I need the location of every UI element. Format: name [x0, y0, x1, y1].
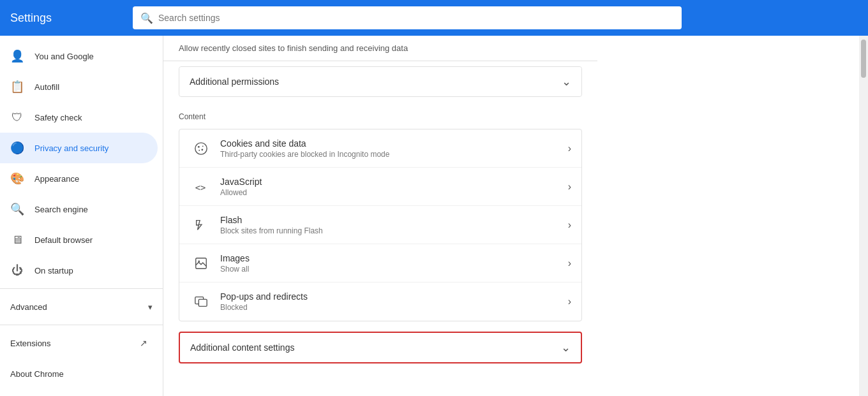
arrow-icon-flash: ›: [568, 219, 571, 231]
header-title: Settings: [10, 11, 125, 25]
top-note: Allow recently closed sites to finish se…: [163, 36, 597, 61]
additional-permissions-accordion[interactable]: Additional permissions ⌄: [179, 66, 582, 97]
svg-text:<>: <>: [195, 182, 206, 192]
images-icon: [190, 256, 213, 270]
sidebar-label-privacy-and-security: Privacy and security: [34, 143, 108, 153]
sidebar-item-search-engine[interactable]: 🔍 Search engine: [0, 194, 158, 224]
svg-point-2: [202, 145, 204, 147]
sidebar-label-safety-check: Safety check: [34, 113, 82, 122]
additional-content-section: Additional content settings ⌄: [163, 326, 597, 363]
svg-point-3: [198, 149, 200, 150]
sidebar-item-autofill[interactable]: 📋 Autofill: [0, 71, 158, 102]
sidebar-item-extensions[interactable]: Extensions ↗: [0, 328, 158, 358]
sidebar-divider-2: [0, 325, 163, 325]
setting-row-cookies[interactable]: Cookies and site data Third-party cookie…: [179, 129, 581, 168]
content-area: Allow recently closed sites to finish se…: [163, 36, 859, 396]
arrow-icon-images: ›: [568, 258, 571, 269]
flash-text: Flash Block sites from running Flash: [220, 215, 568, 235]
sidebar: 👤 You and Google 📋 Autofill 🛡 Safety che…: [0, 36, 163, 396]
svg-point-4: [201, 149, 203, 150]
flash-title: Flash: [220, 215, 568, 225]
cookies-title: Cookies and site data: [220, 138, 568, 149]
startup-icon: ⏻: [10, 264, 24, 277]
javascript-subtitle: Allowed: [220, 188, 568, 197]
images-subtitle: Show all: [220, 265, 568, 274]
additional-permissions-label: Additional permissions: [190, 77, 562, 87]
browser-icon: 🖥: [10, 233, 24, 247]
sidebar-item-advanced[interactable]: Advanced ▾: [0, 291, 163, 322]
content-inner: Allow recently closed sites to finish se…: [163, 36, 597, 389]
images-text: Images Show all: [220, 253, 568, 274]
chevron-down-icon-content: ⌄: [561, 341, 571, 355]
sidebar-label-appearance: Appearance: [34, 174, 79, 184]
popup-icon: [190, 295, 213, 309]
autofill-icon: 📋: [10, 80, 24, 94]
content-settings-list: Cookies and site data Third-party cookie…: [179, 129, 582, 321]
sidebar-label-on-startup: On startup: [34, 266, 73, 275]
svg-rect-9: [198, 299, 207, 306]
sidebar-label-you-and-google: You and Google: [34, 52, 94, 61]
additional-permissions-section: Additional permissions ⌄: [163, 61, 597, 97]
setting-row-flash[interactable]: Flash Block sites from running Flash ›: [179, 206, 581, 244]
header: Settings 🔍: [0, 0, 868, 36]
popups-subtitle: Blocked: [220, 303, 568, 312]
arrow-icon-javascript: ›: [568, 181, 571, 193]
search-icon: 🔍: [140, 12, 153, 24]
sidebar-label-extensions: Extensions: [10, 339, 51, 348]
sidebar-item-privacy-and-security[interactable]: 🔵 Privacy and security: [0, 133, 158, 163]
main-layout: 👤 You and Google 📋 Autofill 🛡 Safety che…: [0, 36, 868, 396]
javascript-text: JavaScript Allowed: [220, 177, 568, 197]
images-title: Images: [220, 253, 568, 263]
additional-content-settings-label: Additional content settings: [190, 342, 561, 353]
chevron-down-icon-permissions: ⌄: [562, 75, 571, 89]
additional-content-settings-accordion[interactable]: Additional content settings ⌄: [179, 332, 582, 363]
popups-text: Pop-ups and redirects Blocked: [220, 291, 568, 312]
search-engine-icon: 🔍: [10, 202, 24, 216]
sidebar-label-advanced: Advanced: [10, 302, 138, 312]
sidebar-item-you-and-google[interactable]: 👤 You and Google: [0, 41, 158, 71]
sidebar-divider: [0, 288, 163, 289]
svg-point-1: [198, 145, 200, 147]
search-bar[interactable]: 🔍: [133, 6, 682, 29]
scrollbar[interactable]: [859, 36, 868, 396]
setting-row-javascript[interactable]: <> JavaScript Allowed ›: [179, 168, 581, 206]
flash-subtitle: Block sites from running Flash: [220, 226, 568, 235]
sidebar-label-about-chrome: About Chrome: [10, 369, 64, 379]
external-link-icon: ↗: [140, 338, 147, 348]
person-icon: 👤: [10, 49, 24, 63]
sidebar-item-on-startup[interactable]: ⏻ On startup: [0, 255, 158, 286]
shield-icon: 🛡: [10, 111, 24, 124]
popups-title: Pop-ups and redirects: [220, 291, 568, 302]
content-section: Content Cookies and site data Third-part…: [163, 102, 597, 321]
cookies-icon: [190, 142, 213, 156]
sidebar-item-default-browser[interactable]: 🖥 Default browser: [0, 224, 158, 255]
sidebar-label-autofill: Autofill: [34, 82, 59, 92]
flash-icon: [190, 218, 213, 232]
sidebar-label-default-browser: Default browser: [34, 235, 93, 245]
search-input[interactable]: [158, 13, 674, 23]
sidebar-item-about-chrome[interactable]: About Chrome: [0, 358, 158, 389]
arrow-icon-cookies: ›: [568, 143, 571, 154]
sidebar-item-appearance[interactable]: 🎨 Appearance: [0, 163, 158, 194]
arrow-icon-popups: ›: [568, 296, 571, 307]
svg-point-0: [195, 142, 207, 154]
palette-icon: 🎨: [10, 172, 24, 186]
privacy-icon: 🔵: [10, 141, 24, 155]
additional-permissions-header[interactable]: Additional permissions ⌄: [179, 67, 581, 96]
chevron-down-icon: ▾: [148, 302, 153, 312]
sidebar-item-safety-check[interactable]: 🛡 Safety check: [0, 102, 158, 133]
additional-content-settings-header[interactable]: Additional content settings ⌄: [180, 333, 581, 362]
javascript-title: JavaScript: [220, 177, 568, 187]
scrollbar-thumb[interactable]: [861, 40, 866, 78]
setting-row-popups[interactable]: Pop-ups and redirects Blocked ›: [179, 282, 581, 321]
setting-row-images[interactable]: Images Show all ›: [179, 244, 581, 282]
javascript-icon: <>: [190, 180, 213, 194]
content-section-label: Content: [179, 112, 582, 124]
cookies-text: Cookies and site data Third-party cookie…: [220, 138, 568, 159]
sidebar-label-search-engine: Search engine: [34, 205, 88, 214]
cookies-subtitle: Third-party cookies are blocked in Incog…: [220, 150, 568, 159]
